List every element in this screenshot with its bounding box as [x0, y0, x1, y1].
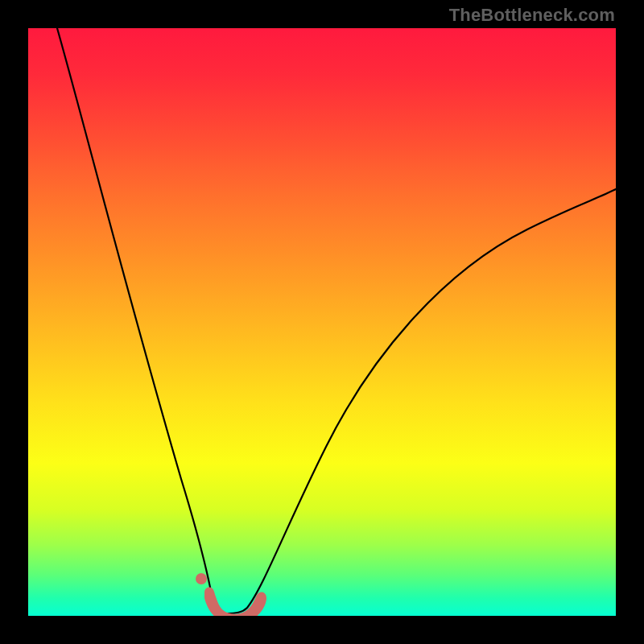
- chart-frame: TheBottleneck.com: [0, 0, 644, 644]
- bottleneck-curve: [57, 28, 616, 613]
- marker-dot: [196, 573, 207, 584]
- chart-svg: [28, 28, 616, 616]
- attribution-label: TheBottleneck.com: [449, 5, 615, 26]
